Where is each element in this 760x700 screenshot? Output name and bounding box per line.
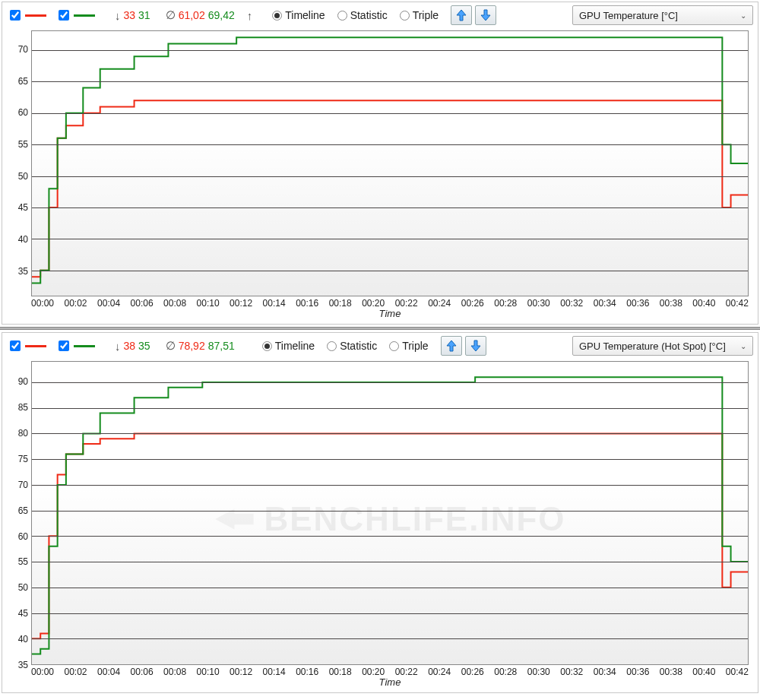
- x-tick-label: 00:26: [461, 667, 484, 677]
- min-stat: ↓ 33 31: [115, 9, 150, 22]
- x-tick-label: 00:14: [263, 298, 286, 309]
- x-axis-labels: 00:0000:0200:0400:0600:0800:1000:1200:14…: [31, 667, 749, 677]
- arrow-down-button[interactable]: [465, 336, 486, 356]
- radio-triple[interactable]: Triple: [389, 340, 429, 352]
- x-tick-label: 00:08: [163, 298, 186, 309]
- sensor-dropdown-label: GPU Temperature [°C]: [579, 10, 678, 21]
- x-tick-label: 00:42: [726, 667, 749, 677]
- y-tick-label: 55: [10, 556, 28, 567]
- x-tick-label: 00:38: [660, 298, 682, 309]
- x-tick-label: 00:10: [197, 298, 220, 309]
- x-tick-label: 00:34: [594, 298, 616, 309]
- series-toggle-red[interactable]: [7, 8, 46, 23]
- radio-statistic-label: Statistic: [340, 340, 377, 352]
- checkbox-red[interactable]: [10, 340, 21, 351]
- x-tick-label: 00:06: [131, 298, 154, 309]
- x-tick-label: 00:22: [395, 667, 418, 677]
- x-tick-label: 00:18: [329, 667, 352, 677]
- avg-green: 69,42: [208, 9, 235, 21]
- arrow-up-button[interactable]: [441, 336, 462, 356]
- radio-timeline-label: Timeline: [285, 9, 325, 21]
- arrow-buttons: [441, 336, 486, 356]
- chevron-down-icon: ⌄: [740, 11, 746, 20]
- view-radios: Timeline Statistic Triple: [262, 340, 429, 352]
- checkbox-green[interactable]: [59, 340, 69, 351]
- sensor-dropdown[interactable]: GPU Temperature [°C] ⌄: [572, 5, 753, 25]
- x-tick-label: 00:40: [692, 298, 715, 309]
- series-svg: [32, 362, 748, 664]
- x-tick-label: 00:22: [395, 298, 418, 309]
- x-tick-label: 00:36: [626, 667, 649, 677]
- checkbox-green[interactable]: [59, 10, 69, 21]
- x-tick-label: 00:18: [329, 298, 352, 309]
- y-tick-label: 65: [10, 505, 28, 516]
- x-axis-title: Time: [31, 308, 749, 319]
- radio-statistic[interactable]: Statistic: [337, 9, 388, 21]
- arrow-buttons: [451, 5, 496, 25]
- x-tick-label: 00:02: [65, 298, 87, 309]
- plot-area-0: [31, 30, 749, 296]
- x-tick-label: 00:36: [626, 298, 649, 309]
- panel-divider[interactable]: [0, 327, 760, 330]
- y-tick-label: 75: [10, 454, 28, 464]
- x-tick-label: 00:04: [97, 298, 120, 309]
- radio-triple-label: Triple: [413, 9, 439, 21]
- series-toggle-green[interactable]: [55, 8, 95, 23]
- avg-red: 78,92: [179, 340, 205, 352]
- y-tick-label: 35: [10, 266, 28, 277]
- updown-icon: ↑: [247, 9, 253, 22]
- y-tick-label: 60: [10, 107, 28, 118]
- toolbar: ↓ 38 35 ∅ 78,92 87,51 Timeline Statistic…: [7, 335, 753, 356]
- y-tick-label: 40: [10, 234, 28, 245]
- radio-triple[interactable]: Triple: [400, 9, 439, 21]
- x-tick-label: 00:10: [197, 667, 220, 677]
- y-tick-label: 55: [10, 139, 28, 150]
- x-tick-label: 00:26: [461, 298, 484, 309]
- swatch-red: [25, 14, 46, 17]
- x-tick-label: 00:20: [362, 667, 385, 677]
- y-tick-label: 90: [10, 376, 28, 387]
- y-tick-label: 45: [10, 608, 28, 619]
- arrow-up-button[interactable]: [451, 5, 472, 25]
- x-axis-title: Time: [31, 676, 749, 688]
- x-tick-label: 00:12: [230, 667, 252, 677]
- x-tick-label: 00:16: [296, 298, 318, 309]
- y-tick-label: 50: [10, 171, 28, 182]
- x-tick-label: 00:14: [263, 667, 286, 677]
- radio-statistic[interactable]: Statistic: [327, 340, 377, 352]
- checkbox-red[interactable]: [10, 10, 21, 21]
- x-tick-label: 00:28: [494, 298, 517, 309]
- y-tick-label: 85: [10, 402, 28, 413]
- x-tick-label: 00:24: [428, 298, 451, 309]
- x-tick-label: 00:38: [660, 667, 682, 677]
- avg-icon: ∅: [166, 339, 176, 353]
- series-toggle-green[interactable]: [55, 338, 95, 353]
- x-tick-label: 00:20: [362, 298, 385, 309]
- x-tick-label: 00:12: [230, 298, 252, 309]
- x-tick-label: 00:34: [594, 667, 616, 677]
- x-tick-label: 00:42: [726, 298, 749, 309]
- x-tick-label: 00:06: [131, 667, 154, 677]
- x-tick-label: 00:04: [97, 667, 120, 677]
- series-svg: [32, 31, 748, 296]
- avg-icon: ∅: [166, 8, 176, 22]
- chart-panel-1: ↓ 38 35 ∅ 78,92 87,51 Timeline Statistic…: [2, 332, 758, 693]
- min-red: 33: [124, 9, 136, 21]
- arrow-down-button[interactable]: [475, 5, 496, 25]
- updown-stat: ↑: [247, 9, 253, 22]
- avg-red: 61,02: [179, 9, 205, 21]
- view-radios: Timeline Statistic Triple: [272, 9, 439, 21]
- min-green: 35: [138, 340, 150, 352]
- series-toggle-red[interactable]: [7, 338, 46, 353]
- x-tick-label: 00:02: [65, 667, 87, 677]
- radio-timeline[interactable]: Timeline: [272, 9, 325, 21]
- x-axis-labels: 00:0000:0200:0400:0600:0800:1000:1200:14…: [31, 298, 749, 309]
- radio-statistic-label: Statistic: [350, 9, 388, 21]
- avg-stat: ∅ 61,02 69,42: [166, 8, 235, 22]
- x-tick-label: 00:30: [527, 667, 550, 677]
- chevron-down-icon: ⌄: [740, 342, 746, 350]
- x-tick-label: 00:00: [31, 667, 54, 677]
- min-red: 38: [124, 340, 136, 352]
- radio-timeline[interactable]: Timeline: [262, 340, 315, 352]
- sensor-dropdown[interactable]: GPU Temperature (Hot Spot) [°C] ⌄: [572, 336, 753, 356]
